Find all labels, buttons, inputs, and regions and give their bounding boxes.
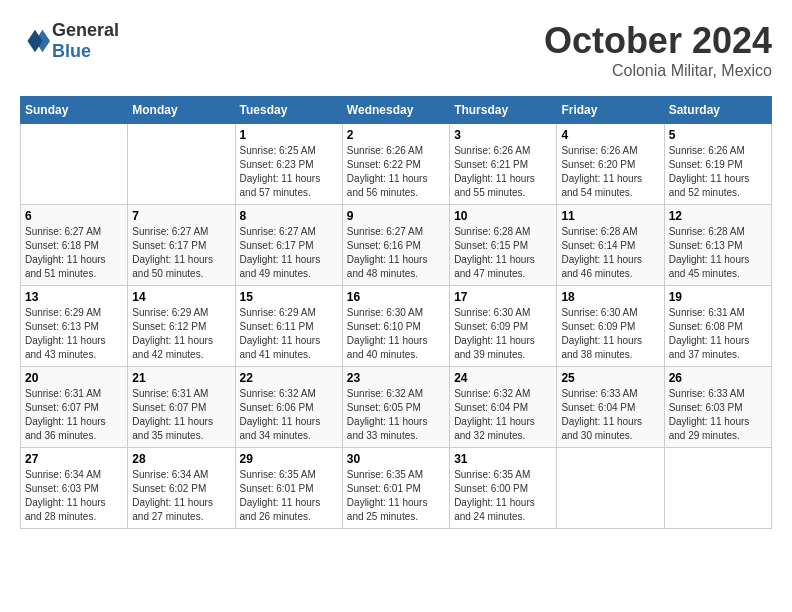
daylight-text: Daylight: 11 hours and 46 minutes. [561,254,642,279]
daylight-text: Daylight: 11 hours and 33 minutes. [347,416,428,441]
logo: General Blue [20,20,119,62]
day-info: Sunrise: 6:29 AMSunset: 6:12 PMDaylight:… [132,306,230,362]
sunrise-text: Sunrise: 6:32 AM [347,388,423,399]
day-number: 19 [669,290,767,304]
day-info: Sunrise: 6:30 AMSunset: 6:09 PMDaylight:… [561,306,659,362]
month-title: October 2024 [544,20,772,62]
sunset-text: Sunset: 6:21 PM [454,159,528,170]
sunrise-text: Sunrise: 6:31 AM [669,307,745,318]
day-info: Sunrise: 6:27 AMSunset: 6:16 PMDaylight:… [347,225,445,281]
daylight-text: Daylight: 11 hours and 34 minutes. [240,416,321,441]
day-number: 22 [240,371,338,385]
daylight-text: Daylight: 11 hours and 27 minutes. [132,497,213,522]
day-info: Sunrise: 6:31 AMSunset: 6:08 PMDaylight:… [669,306,767,362]
sunrise-text: Sunrise: 6:29 AM [240,307,316,318]
sunset-text: Sunset: 6:03 PM [669,402,743,413]
title-block: October 2024 Colonia Militar, Mexico [544,20,772,80]
day-info: Sunrise: 6:34 AMSunset: 6:03 PMDaylight:… [25,468,123,524]
day-info: Sunrise: 6:31 AMSunset: 6:07 PMDaylight:… [132,387,230,443]
day-number: 11 [561,209,659,223]
calendar-day-19: 19Sunrise: 6:31 AMSunset: 6:08 PMDayligh… [664,286,771,367]
sunrise-text: Sunrise: 6:33 AM [669,388,745,399]
sunset-text: Sunset: 6:06 PM [240,402,314,413]
sunset-text: Sunset: 6:17 PM [132,240,206,251]
calendar-day-31: 31Sunrise: 6:35 AMSunset: 6:00 PMDayligh… [450,448,557,529]
sunrise-text: Sunrise: 6:27 AM [240,226,316,237]
sunset-text: Sunset: 6:14 PM [561,240,635,251]
day-info: Sunrise: 6:29 AMSunset: 6:11 PMDaylight:… [240,306,338,362]
sunrise-text: Sunrise: 6:27 AM [132,226,208,237]
sunrise-text: Sunrise: 6:27 AM [25,226,101,237]
day-number: 26 [669,371,767,385]
sunset-text: Sunset: 6:09 PM [454,321,528,332]
calendar-week-row: 1Sunrise: 6:25 AMSunset: 6:23 PMDaylight… [21,124,772,205]
day-number: 15 [240,290,338,304]
daylight-text: Daylight: 11 hours and 32 minutes. [454,416,535,441]
sunset-text: Sunset: 6:19 PM [669,159,743,170]
calendar-day-27: 27Sunrise: 6:34 AMSunset: 6:03 PMDayligh… [21,448,128,529]
day-info: Sunrise: 6:35 AMSunset: 6:00 PMDaylight:… [454,468,552,524]
calendar-week-row: 20Sunrise: 6:31 AMSunset: 6:07 PMDayligh… [21,367,772,448]
day-info: Sunrise: 6:32 AMSunset: 6:06 PMDaylight:… [240,387,338,443]
day-info: Sunrise: 6:32 AMSunset: 6:04 PMDaylight:… [454,387,552,443]
sunrise-text: Sunrise: 6:32 AM [454,388,530,399]
day-info: Sunrise: 6:28 AMSunset: 6:15 PMDaylight:… [454,225,552,281]
daylight-text: Daylight: 11 hours and 43 minutes. [25,335,106,360]
sunrise-text: Sunrise: 6:30 AM [454,307,530,318]
sunset-text: Sunset: 6:03 PM [25,483,99,494]
sunrise-text: Sunrise: 6:26 AM [561,145,637,156]
calendar-day-29: 29Sunrise: 6:35 AMSunset: 6:01 PMDayligh… [235,448,342,529]
calendar-day-24: 24Sunrise: 6:32 AMSunset: 6:04 PMDayligh… [450,367,557,448]
daylight-text: Daylight: 11 hours and 36 minutes. [25,416,106,441]
sunset-text: Sunset: 6:13 PM [669,240,743,251]
day-info: Sunrise: 6:27 AMSunset: 6:17 PMDaylight:… [240,225,338,281]
calendar-day-28: 28Sunrise: 6:34 AMSunset: 6:02 PMDayligh… [128,448,235,529]
day-number: 7 [132,209,230,223]
sunrise-text: Sunrise: 6:31 AM [132,388,208,399]
daylight-text: Daylight: 11 hours and 38 minutes. [561,335,642,360]
sunset-text: Sunset: 6:16 PM [347,240,421,251]
sunset-text: Sunset: 6:08 PM [669,321,743,332]
sunrise-text: Sunrise: 6:33 AM [561,388,637,399]
sunset-text: Sunset: 6:07 PM [132,402,206,413]
sunset-text: Sunset: 6:00 PM [454,483,528,494]
calendar-day-25: 25Sunrise: 6:33 AMSunset: 6:04 PMDayligh… [557,367,664,448]
calendar-day-21: 21Sunrise: 6:31 AMSunset: 6:07 PMDayligh… [128,367,235,448]
day-info: Sunrise: 6:26 AMSunset: 6:21 PMDaylight:… [454,144,552,200]
weekday-header-sunday: Sunday [21,97,128,124]
daylight-text: Daylight: 11 hours and 24 minutes. [454,497,535,522]
day-number: 10 [454,209,552,223]
calendar-day-12: 12Sunrise: 6:28 AMSunset: 6:13 PMDayligh… [664,205,771,286]
sunset-text: Sunset: 6:02 PM [132,483,206,494]
weekday-header-tuesday: Tuesday [235,97,342,124]
daylight-text: Daylight: 11 hours and 40 minutes. [347,335,428,360]
calendar-day-14: 14Sunrise: 6:29 AMSunset: 6:12 PMDayligh… [128,286,235,367]
sunrise-text: Sunrise: 6:30 AM [347,307,423,318]
day-number: 8 [240,209,338,223]
day-info: Sunrise: 6:33 AMSunset: 6:03 PMDaylight:… [669,387,767,443]
weekday-header-wednesday: Wednesday [342,97,449,124]
daylight-text: Daylight: 11 hours and 37 minutes. [669,335,750,360]
day-info: Sunrise: 6:26 AMSunset: 6:19 PMDaylight:… [669,144,767,200]
sunrise-text: Sunrise: 6:29 AM [132,307,208,318]
sunset-text: Sunset: 6:10 PM [347,321,421,332]
calendar-day-22: 22Sunrise: 6:32 AMSunset: 6:06 PMDayligh… [235,367,342,448]
day-info: Sunrise: 6:34 AMSunset: 6:02 PMDaylight:… [132,468,230,524]
day-number: 1 [240,128,338,142]
daylight-text: Daylight: 11 hours and 54 minutes. [561,173,642,198]
calendar-day-26: 26Sunrise: 6:33 AMSunset: 6:03 PMDayligh… [664,367,771,448]
empty-cell [664,448,771,529]
sunset-text: Sunset: 6:23 PM [240,159,314,170]
sunrise-text: Sunrise: 6:26 AM [669,145,745,156]
calendar-day-30: 30Sunrise: 6:35 AMSunset: 6:01 PMDayligh… [342,448,449,529]
calendar-table: SundayMondayTuesdayWednesdayThursdayFrid… [20,96,772,529]
sunrise-text: Sunrise: 6:25 AM [240,145,316,156]
weekday-header-row: SundayMondayTuesdayWednesdayThursdayFrid… [21,97,772,124]
empty-cell [128,124,235,205]
day-number: 29 [240,452,338,466]
day-info: Sunrise: 6:31 AMSunset: 6:07 PMDaylight:… [25,387,123,443]
day-number: 28 [132,452,230,466]
day-number: 31 [454,452,552,466]
calendar-day-1: 1Sunrise: 6:25 AMSunset: 6:23 PMDaylight… [235,124,342,205]
day-info: Sunrise: 6:28 AMSunset: 6:14 PMDaylight:… [561,225,659,281]
